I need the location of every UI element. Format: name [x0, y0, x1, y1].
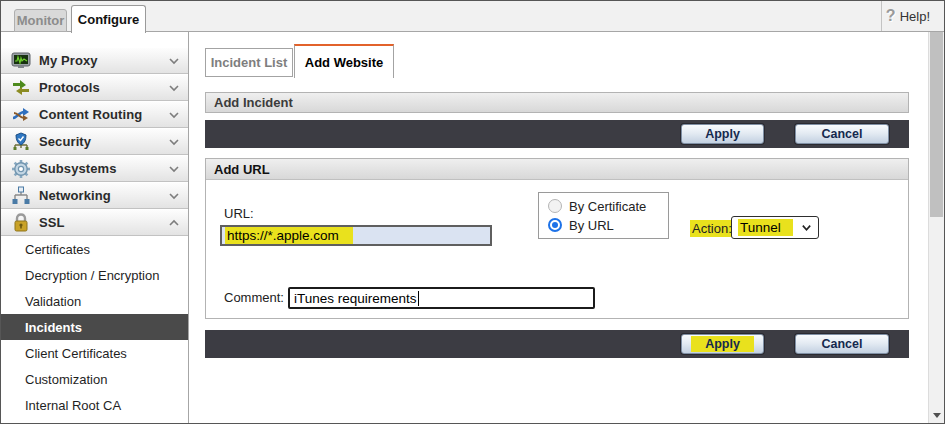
transfer-arrows-icon [9, 78, 33, 98]
match-type-radio-group: By Certificate By URL [538, 192, 669, 239]
help-button[interactable]: ? Help! [881, 1, 934, 31]
chevron-down-icon [168, 136, 180, 148]
radio-label: By URL [569, 218, 614, 233]
sidebar-item-label: SSL [33, 215, 168, 230]
add-incident-header: Add Incident [205, 92, 909, 113]
radio-on-icon [548, 218, 562, 232]
shuffle-arrows-icon [9, 105, 33, 125]
comment-value: iTunes requirements [294, 291, 417, 306]
sidebar-item-label: Networking [33, 188, 168, 203]
chevron-down-icon [168, 55, 180, 67]
add-url-header: Add URL [206, 159, 908, 180]
scroll-down-button[interactable] [929, 407, 944, 423]
sidebar-item-security[interactable]: Security [1, 128, 188, 155]
gear-icon [9, 159, 33, 179]
text-caret [418, 291, 420, 306]
radio-label: By Certificate [569, 199, 646, 214]
sidebar-item-certificates[interactable]: Certificates [1, 236, 188, 262]
add-url-groupbox: Add URL URL: https://*.apple.com By Cert… [205, 158, 909, 319]
action-dropdown[interactable]: Tunnel [731, 216, 819, 239]
url-input[interactable]: https://*.apple.com [220, 225, 492, 246]
monitor-waveform-icon [9, 51, 33, 71]
url-value: https://*.apple.com [225, 227, 353, 244]
chevron-up-icon [168, 217, 180, 229]
chevron-down-icon [168, 82, 180, 94]
sidebar-item-decryption-encryption[interactable]: Decryption / Encryption [1, 262, 188, 288]
tab-monitor[interactable]: Monitor [14, 9, 67, 32]
action-selected-value: Tunnel [738, 219, 793, 236]
sidebar-item-internal-root-ca[interactable]: Internal Root CA [1, 392, 188, 418]
tab-incident-list[interactable]: Incident List [205, 48, 293, 77]
chevron-down-icon [168, 190, 180, 202]
sidebar-item-my-proxy[interactable]: My Proxy [1, 47, 188, 74]
sidebar-item-label: Protocols [33, 80, 168, 95]
chevron-down-icon [168, 163, 180, 175]
sidebar-item-validation[interactable]: Validation [1, 288, 188, 314]
network-tree-icon [9, 186, 33, 206]
comment-label: Comment: [224, 290, 284, 305]
radio-off-icon [548, 199, 562, 213]
chevron-down-icon [168, 109, 180, 121]
ssl-subsection: Certificates Decryption / Encryption Val… [1, 236, 188, 418]
top-tab-bar: Monitor Configure ? Help! [1, 1, 944, 32]
sidebar-item-subsystems[interactable]: Subsystems [1, 155, 188, 182]
bottom-action-toolbar: Apply Cancel [205, 330, 909, 358]
sidebar-item-protocols[interactable]: Protocols [1, 74, 188, 101]
sidebar-item-label: Security [33, 134, 168, 149]
url-label: URL: [224, 206, 254, 221]
sidebar: My Proxy Protocols [1, 32, 189, 423]
sidebar-item-networking[interactable]: Networking [1, 182, 188, 209]
apply-button-top[interactable]: Apply [681, 124, 764, 144]
top-action-toolbar: Apply Cancel [205, 120, 909, 148]
proxy-admin-console: Monitor Configure ? Help! My Proxy [0, 0, 945, 424]
sidebar-item-label: Subsystems [33, 161, 168, 176]
padlock-icon [9, 213, 33, 233]
sidebar-item-label: Content Routing [33, 107, 168, 122]
vertical-scrollbar[interactable] [928, 32, 944, 423]
apply-button-bottom[interactable]: Apply [681, 334, 764, 354]
sidebar-item-client-certificates[interactable]: Client Certificates [1, 340, 188, 366]
shield-icon [9, 132, 33, 152]
tab-add-website[interactable]: Add Website [294, 44, 394, 78]
sidebar-item-customization[interactable]: Customization [1, 366, 188, 392]
sidebar-item-content-routing[interactable]: Content Routing [1, 101, 188, 128]
sidebar-item-ssl[interactable]: SSL [1, 209, 188, 236]
cancel-button-top[interactable]: Cancel [795, 124, 889, 144]
action-label: Action: [690, 221, 734, 236]
radio-by-certificate[interactable]: By Certificate [548, 199, 668, 214]
tab-configure[interactable]: Configure [71, 5, 146, 33]
comment-input[interactable]: iTunes requirements [288, 287, 595, 309]
help-label: Help! [900, 9, 930, 24]
scrollbar-thumb[interactable] [930, 32, 943, 217]
question-mark-icon: ? [886, 7, 896, 25]
cancel-button-bottom[interactable]: Cancel [795, 334, 889, 354]
sidebar-item-label: My Proxy [33, 53, 168, 68]
sidebar-item-incidents[interactable]: Incidents [1, 314, 188, 340]
main-content: Incident List Add Website Add Incident A… [189, 32, 928, 423]
radio-by-url[interactable]: By URL [548, 218, 668, 233]
chevron-down-icon [801, 222, 812, 233]
